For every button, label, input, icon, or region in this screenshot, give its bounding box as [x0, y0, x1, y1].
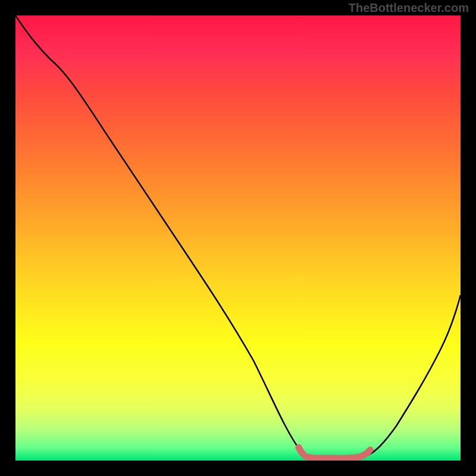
- bottleneck-curve-line: [15, 15, 461, 458]
- highlight-flourish: [299, 447, 370, 458]
- attribution-text: TheBottlenecker.com: [349, 1, 469, 15]
- chart-svg: [15, 15, 461, 461]
- plot-area: [15, 15, 461, 461]
